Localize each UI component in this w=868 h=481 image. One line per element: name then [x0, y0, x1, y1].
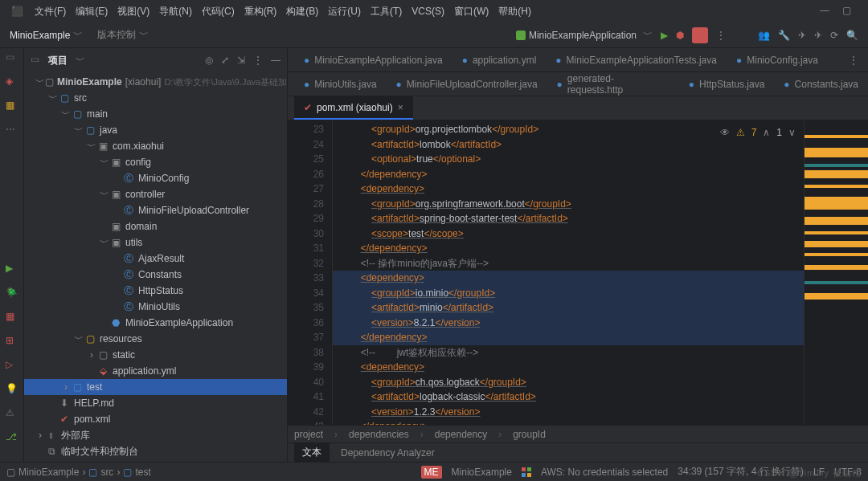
structure-tool-icon[interactable]: ▦	[6, 100, 18, 112]
menu-item[interactable]: 窗口(W)	[449, 2, 493, 20]
bulb-tool-icon[interactable]: 💡	[6, 383, 18, 396]
code-line[interactable]: <version>8.2.1</version>	[333, 316, 804, 331]
expand-icon[interactable]: ⤢	[221, 55, 229, 66]
vcs-selector[interactable]: 版本控制	[97, 28, 136, 42]
code-line[interactable]: </dependency>	[333, 419, 804, 425]
tree-row[interactable]: ⒸHttpStatus	[24, 283, 287, 299]
crumb[interactable]: dependency	[435, 429, 487, 440]
project-selector[interactable]: MinioExample	[10, 30, 70, 41]
menu-item[interactable]: 文件(F)	[30, 2, 71, 20]
crumb[interactable]: dependencies	[349, 429, 409, 440]
code-line[interactable]: </dependency>	[333, 167, 804, 182]
tree-row[interactable]: ⒸMinioFileUploadController	[24, 202, 287, 218]
run-configuration[interactable]: MinioExampleApplication﹀	[516, 28, 653, 42]
code-line[interactable]: <dependency>	[333, 181, 804, 197]
code-line[interactable]: <dependency>	[333, 271, 804, 286]
tree-row[interactable]: ⬙application.yml	[24, 363, 287, 379]
more-actions-icon[interactable]: ⋮	[716, 30, 726, 41]
code-line[interactable]: <groupId>io.minio</groupId>	[333, 286, 804, 301]
project-tree[interactable]: ﹀▢ MinioExample [xiaohui] D:\教学文件\Java\9…	[24, 72, 287, 462]
refresh-icon[interactable]: ⟳	[830, 30, 838, 41]
send-icon[interactable]: ✈	[798, 30, 806, 41]
code-line[interactable]: <artifactId>logback-classic</artifactId>	[333, 389, 804, 405]
nav-breadcrumb[interactable]: ▢MinioExample› ▢src› ▢test	[6, 467, 151, 478]
minimize-icon[interactable]: —	[820, 5, 833, 18]
search-icon[interactable]: 🔍	[846, 30, 858, 41]
more-tool-icon[interactable]: ⋯	[6, 124, 18, 137]
menu-item[interactable]: 导航(N)	[154, 2, 197, 20]
tree-row[interactable]: ›▢test	[24, 379, 287, 395]
tree-row[interactable]: ⒸMinioUtils	[24, 299, 287, 315]
commit-tool-icon[interactable]: ◈	[6, 75, 18, 88]
editor-tab[interactable]: ●HttpStatus.java	[679, 72, 775, 96]
tree-row[interactable]: ﹀▢java	[24, 122, 287, 138]
build-icon[interactable]: 🔧	[778, 30, 790, 41]
editor-tab[interactable]: ●generated-requests.http	[547, 72, 679, 96]
tree-row[interactable]: ⬇HELP.md	[24, 395, 287, 411]
sub-tab-dependency-analyzer[interactable]: Dependency Analyzer	[333, 444, 443, 462]
target-icon[interactable]: ◎	[205, 55, 213, 66]
code-line[interactable]: <optional>true</optional>	[333, 152, 804, 167]
tree-row[interactable]: ▣domain	[24, 218, 287, 234]
code-line[interactable]: </dependency>	[333, 330, 804, 345]
structure-breadcrumb[interactable]: project›dependencies›dependency›groupId	[288, 425, 868, 442]
code-line[interactable]: <version>1.2.3</version>	[333, 405, 804, 420]
editor-tab[interactable]: ●application.yml	[452, 48, 547, 71]
status-aws[interactable]: AWS: No credentials selected	[541, 467, 668, 478]
debug-button[interactable]: ⬢	[676, 30, 684, 41]
hide-icon[interactable]: —	[271, 55, 280, 66]
tree-row[interactable]: ⬣MinioExampleApplication	[24, 315, 287, 331]
code-line[interactable]: <artifactId>spring-boot-starter-test</ar…	[333, 211, 804, 226]
services-tool-icon[interactable]: ▦	[6, 311, 18, 324]
tree-row[interactable]: ⒸAjaxResult	[24, 251, 287, 267]
code-line[interactable]: <artifactId>minio</artifactId>	[333, 300, 804, 316]
tree-row[interactable]: ﹀▢resources	[24, 331, 287, 347]
tree-row[interactable]: ⒸMinioConfig	[24, 170, 287, 186]
tree-row[interactable]: ﹀▢src	[24, 90, 287, 106]
collapse-icon[interactable]: ⇲	[237, 55, 245, 66]
tabs-more-icon[interactable]: ⋮	[839, 55, 868, 66]
menu-item[interactable]: 工具(T)	[366, 2, 407, 20]
tree-row[interactable]: ⒸConstants	[24, 267, 287, 283]
profiler-tool-icon[interactable]: ⊞	[6, 335, 18, 348]
error-stripe[interactable]	[804, 120, 868, 425]
debug-tool-icon[interactable]: 🪲	[6, 287, 18, 300]
code-line[interactable]: <scope>test</scope>	[333, 226, 804, 242]
menu-item[interactable]: 编辑(E)	[71, 2, 113, 20]
crumb[interactable]: project	[294, 429, 323, 440]
menu-item[interactable]: 帮助(H)	[493, 2, 536, 20]
tree-row[interactable]: ﹀▣com.xiaohui	[24, 138, 287, 154]
tree-row[interactable]: ﹀▣config	[24, 154, 287, 170]
options-icon[interactable]: ⋮	[253, 55, 263, 66]
code-line[interactable]: <!-- 操作minio的java客户端-->	[333, 256, 804, 271]
vcs-tool-icon[interactable]: ⎇	[6, 431, 18, 444]
terminal-tool-icon[interactable]: ▷	[6, 359, 18, 372]
menu-item[interactable]: 代码(C)	[197, 2, 240, 20]
ai-icon[interactable]: ✈	[814, 30, 822, 41]
menu-item[interactable]: VCS(S)	[407, 2, 449, 20]
menu-item[interactable]: 视图(V)	[113, 2, 154, 20]
run-tool-icon[interactable]: ▶	[6, 263, 18, 275]
close-tab-icon[interactable]: ×	[398, 102, 403, 113]
maximize-icon[interactable]: ▢	[842, 5, 855, 18]
tree-root[interactable]: ﹀▢ MinioExample [xiaohui] D:\教学文件\Java\9…	[24, 74, 287, 90]
code-line[interactable]: <groupId>ch.qos.logback</groupId>	[333, 375, 804, 390]
editor-tab-active[interactable]: ✔ pom.xml (xiaohui) ×	[294, 96, 413, 120]
tree-row[interactable]: ⧉临时文件和控制台	[24, 443, 287, 459]
code-line[interactable]: <!-- jwt鉴权相应依赖-->	[333, 345, 804, 361]
editor-tab[interactable]: ●MinioFileUploadController.java	[387, 72, 547, 96]
menu-item[interactable]: 构建(B)	[281, 2, 323, 20]
code-with-me-icon[interactable]: 👥	[758, 30, 770, 41]
code-body[interactable]: 👁 ⚠7 ∧1 ∨ <groupId>org.projectlombok</gr…	[333, 120, 804, 425]
menu-item[interactable]: 重构(R)	[240, 2, 282, 20]
code-line[interactable]: <groupId>org.springframework.boot</group…	[333, 197, 804, 212]
problems-tool-icon[interactable]: ⚠	[6, 407, 18, 420]
editor-tab[interactable]: ●MinioExampleApplication.java	[294, 48, 452, 71]
tree-row[interactable]: ›⫾外部库	[24, 427, 287, 443]
run-button[interactable]: ▶	[661, 30, 668, 41]
tree-row[interactable]: ✔pom.xml	[24, 411, 287, 427]
inspections-widget[interactable]: 👁 ⚠7 ∧1 ∨	[717, 124, 799, 142]
editor-tab[interactable]: ●Constants.java	[774, 72, 868, 96]
menu-item[interactable]: 运行(U)	[323, 2, 366, 20]
project-tool-icon[interactable]: ▭	[6, 51, 18, 64]
